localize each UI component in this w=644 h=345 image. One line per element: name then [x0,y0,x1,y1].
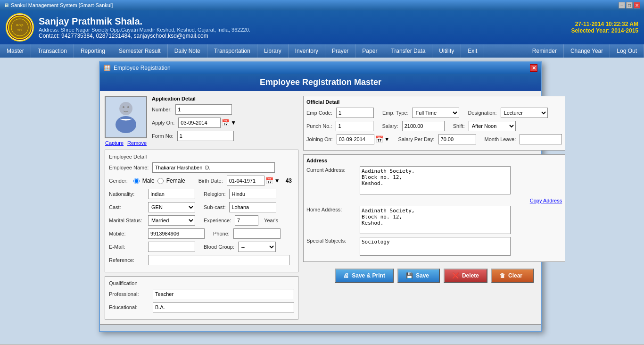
emp-name-row: Employee Name: [109,162,294,173]
dialog-title-text: Employee Registration [114,65,171,71]
mobile-input[interactable] [148,228,205,239]
salary-per-day-input[interactable] [438,134,476,144]
dialog-icon: 🪟 [104,65,111,71]
menu-reminder[interactable]: Reminder [526,44,564,58]
month-leave-label: Month Leave: [485,136,516,142]
clear-button[interactable]: 🗑 Clear [491,269,534,283]
salary-input[interactable] [402,121,445,131]
menu-semester-result[interactable]: Semester Result [112,44,168,58]
designation-select[interactable]: LecturerTeacherPrincipal [501,108,548,118]
special-subjects-row: Special Subjects: Sociology [306,237,562,256]
clear-label: Clear [508,272,522,279]
dialog-header: Employee Registration Master [100,74,541,91]
copy-address-link[interactable]: Copy Address [530,198,562,203]
datetime: 27-11-2014 10:22:32 AM [571,21,638,27]
menu-exit[interactable]: Exit [461,44,484,58]
menu-master[interactable]: Master [0,44,31,58]
svg-point-5 [119,102,132,115]
sub-cast-input[interactable] [229,202,276,212]
number-row: Number: [152,104,298,115]
menu-transaction[interactable]: Transaction [31,44,74,58]
nationality-label: Nationality: [109,191,144,197]
delete-button[interactable]: ❌ Delete [444,269,487,283]
menu-paper[interactable]: Paper [355,44,384,58]
religion-input[interactable] [229,189,276,199]
person-silhouette [106,97,146,137]
emp-name-input[interactable] [152,162,275,173]
left-column: Capture Remove Application Detail Number… [105,96,298,320]
dialog-heading: Employee Registration Master [260,77,381,87]
maximize-button[interactable]: □ [626,2,633,8]
emp-code-input[interactable] [336,108,374,118]
punch-no-input[interactable] [336,121,373,131]
official-detail-section: Official Detail Emp Code: Emp. Type: Ful… [303,96,565,151]
reference-input[interactable] [148,255,289,265]
main-area: 🪟 Employee Registration ✕ Employee Regis… [0,58,644,344]
joining-calendar-icon[interactable]: 📅 [375,135,383,143]
button-row: 🖨 Save & Print 💾 Save ❌ Delete 🗑 [303,266,565,286]
header-right: 27-11-2014 10:22:32 AM Selected Year: 20… [571,21,638,34]
apply-on-dropdown-icon[interactable]: ▼ [231,119,236,126]
form-no-input[interactable] [177,131,234,141]
capture-link[interactable]: Capture [105,140,124,146]
menu-uitility[interactable]: Uitility [432,44,461,58]
dialog-close-button[interactable]: ✕ [530,64,537,72]
experience-input[interactable] [235,215,258,226]
nationality-input[interactable] [148,189,195,199]
title-bar: 🖥 Sankul Management System [Smart-Sankul… [0,0,644,10]
special-subjects-input[interactable]: Sociology [360,237,511,256]
shift-select[interactable]: After NoonMorningEvening [469,121,516,131]
emp-type-label: Emp. Type: [382,110,408,116]
phone-input[interactable] [233,228,281,239]
gender-female-radio[interactable] [157,178,164,184]
month-leave-input[interactable] [520,134,562,144]
blood-group-select[interactable]: --A+A-B+B-O+O-AB+AB- [238,242,276,252]
years-label: Year's [264,218,278,223]
window-close-button[interactable]: ✕ [634,2,640,8]
svg-point-6 [116,116,136,133]
marital-select[interactable]: MarriedUnmarriedDivorced [148,215,195,226]
current-address-input[interactable]: Aadinath Society, Block no. 12, Keshod. [360,166,511,194]
header: સ.પ્ર. શાળા Sanjay Prathmik Shala. Addre… [0,10,644,44]
number-input[interactable] [175,104,232,115]
number-label: Number: [152,107,172,112]
menu-prayer[interactable]: Prayer [325,44,355,58]
clear-icon: 🗑 [500,272,505,279]
menu-logout[interactable]: Log Out [610,44,644,58]
birth-date-calendar-icon[interactable]: 📅 [265,177,273,185]
title-controls: – □ ✕ [619,2,640,8]
joining-dropdown-icon[interactable]: ▼ [384,136,390,143]
menu-reporting[interactable]: Reporting [74,44,112,58]
official-row2: Punch No.: Salary: Shift: After NoonMorn… [306,121,562,131]
joining-on-input[interactable] [337,134,374,144]
birth-date-dropdown-icon[interactable]: ▼ [274,177,280,184]
home-address-input[interactable]: Aadinath Society, Block no. 12, Keshod. [360,206,511,234]
menu-transfer-data[interactable]: Transfer Data [384,44,432,58]
selected-year: Selected Year: 2014-2015 [571,27,638,34]
cast-select[interactable]: GENOBCSCST [148,202,195,212]
marital-row: Marital Status: MarriedUnmarriedDivorced… [109,215,294,226]
menu-change-year[interactable]: Change Year [564,44,610,58]
app-icon: 🖥 [4,2,9,8]
professional-input[interactable] [153,289,294,299]
delete-label: Delete [462,272,479,279]
menu-library[interactable]: Library [257,44,289,58]
save-button[interactable]: 💾 Save [397,269,440,283]
menu-inventory[interactable]: Inventory [289,44,325,58]
header-left: સ.પ્ર. શાળા Sanjay Prathmik Shala. Addre… [6,13,250,42]
educational-input[interactable] [153,302,294,312]
dialog-scrollbar[interactable] [100,324,541,331]
minimize-button[interactable]: – [619,2,625,8]
save-print-button[interactable]: 🖨 Save & Print [335,269,394,283]
gender-male-radio[interactable] [133,178,140,184]
menu-transportation[interactable]: Transportation [207,44,257,58]
email-input[interactable] [148,242,195,252]
apply-on-label: Apply On: [152,120,174,126]
apply-on-calendar-icon[interactable]: 📅 [222,119,230,126]
menu-daily-note[interactable]: Daily Note [168,44,207,58]
emp-type-select[interactable]: Full TimePart TimeContract [412,108,459,118]
apply-on-input[interactable] [178,118,221,128]
qualification-title: Qualification [109,280,294,286]
birth-date-input[interactable] [227,176,264,186]
remove-link[interactable]: Remove [127,140,147,146]
